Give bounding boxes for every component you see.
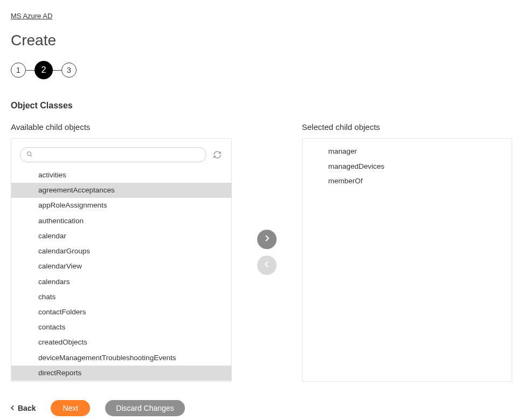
discard-button[interactable]: Discard Changes xyxy=(105,400,184,416)
available-list: activitiesagreementAcceptancesappRoleAss… xyxy=(11,168,231,381)
list-item[interactable]: manager xyxy=(302,144,512,159)
list-item[interactable]: calendarView xyxy=(11,259,231,274)
section-title: Object Classes xyxy=(11,101,512,111)
list-item[interactable]: agreementAcceptances xyxy=(11,183,231,198)
search-input[interactable] xyxy=(20,147,207,162)
list-item[interactable]: calendarGroups xyxy=(11,244,231,259)
selected-panel: managermanagedDevicesmemberOf xyxy=(302,138,512,382)
list-item[interactable]: calendar xyxy=(11,229,231,244)
back-label: Back xyxy=(18,404,36,412)
list-item[interactable]: authentication xyxy=(11,214,231,229)
page-title: Create xyxy=(11,32,512,49)
svg-line-1 xyxy=(31,155,32,157)
move-left-button xyxy=(257,256,277,275)
list-item[interactable]: managedDevices xyxy=(302,159,512,174)
back-button[interactable]: Back xyxy=(11,404,36,412)
list-item[interactable]: appRoleAssignments xyxy=(11,198,231,213)
breadcrumb[interactable]: MS Azure AD xyxy=(11,12,52,20)
step-3[interactable]: 3 xyxy=(61,63,77,78)
svg-point-0 xyxy=(27,152,31,156)
step-2[interactable]: 2 xyxy=(35,61,53,79)
list-item[interactable]: createdObjects xyxy=(11,335,231,350)
move-right-button[interactable] xyxy=(257,230,277,249)
chevron-left-icon xyxy=(264,260,270,270)
available-panel: activitiesagreementAcceptancesappRoleAss… xyxy=(11,138,232,382)
list-item[interactable]: calendars xyxy=(11,274,231,290)
chevron-right-icon xyxy=(264,235,270,244)
available-label: Available child objects xyxy=(11,122,232,132)
search-icon xyxy=(26,150,33,160)
stepper: 123 xyxy=(11,61,512,79)
list-item[interactable]: contactFolders xyxy=(11,305,231,320)
list-item[interactable]: deviceManagementTroubleshootingEvents xyxy=(11,350,231,366)
selected-label: Selected child objects xyxy=(302,122,512,132)
list-item[interactable]: directReports xyxy=(11,366,231,381)
list-item[interactable]: activities xyxy=(11,168,231,183)
list-item[interactable]: contacts xyxy=(11,320,231,335)
selected-list: managermanagedDevicesmemberOf xyxy=(302,139,512,194)
next-button[interactable]: Next xyxy=(51,400,90,416)
step-1[interactable]: 1 xyxy=(11,63,26,78)
refresh-icon[interactable] xyxy=(212,149,223,160)
list-item[interactable]: memberOf xyxy=(302,174,512,189)
list-item[interactable]: drive xyxy=(11,381,231,381)
list-item[interactable]: chats xyxy=(11,290,231,305)
chevron-left-icon xyxy=(11,404,15,412)
